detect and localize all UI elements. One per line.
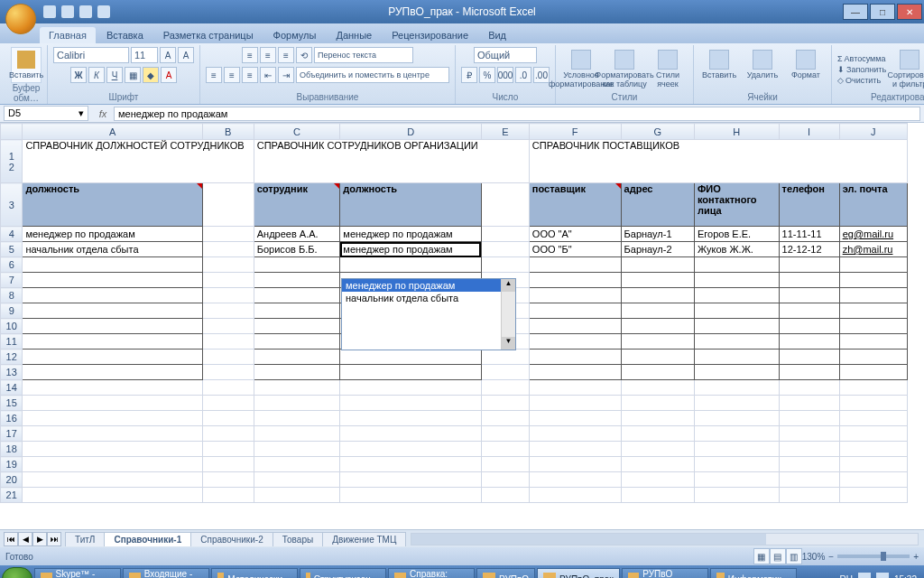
- align-top-button[interactable]: ≡: [242, 47, 258, 63]
- cell[interactable]: СПРАВОЧНИК СОТРУДНИКОВ ОРГАНИЗАЦИИ: [254, 140, 529, 183]
- cell[interactable]: сотрудник: [254, 183, 340, 227]
- cell[interactable]: [621, 396, 694, 411]
- view-page-break-button[interactable]: ▥: [786, 548, 802, 564]
- cell[interactable]: [340, 488, 482, 503]
- cell[interactable]: [340, 396, 482, 411]
- tab-home[interactable]: Главная: [40, 27, 96, 43]
- column-header[interactable]: B: [202, 124, 254, 140]
- cell[interactable]: [694, 257, 779, 273]
- cell[interactable]: [529, 288, 621, 303]
- cell[interactable]: [694, 350, 779, 365]
- cell[interactable]: [621, 303, 694, 319]
- currency-button[interactable]: ₽: [461, 67, 477, 83]
- cell[interactable]: [481, 183, 529, 227]
- cell[interactable]: [23, 303, 202, 319]
- cell[interactable]: [621, 488, 694, 503]
- italic-button[interactable]: К: [88, 67, 105, 83]
- cell[interactable]: [481, 257, 529, 273]
- cell[interactable]: [839, 273, 907, 288]
- cell[interactable]: [779, 457, 839, 472]
- cell[interactable]: [254, 380, 340, 396]
- row-header[interactable]: 8: [1, 288, 23, 303]
- view-normal-button[interactable]: ▦: [753, 548, 770, 564]
- row-header[interactable]: 6: [1, 257, 23, 273]
- cell[interactable]: [202, 442, 254, 457]
- insert-cells-button[interactable]: Вставить: [699, 50, 739, 89]
- row-header[interactable]: 20: [1, 472, 23, 488]
- system-tray[interactable]: RU 15:32: [840, 573, 922, 578]
- tray-icon[interactable]: [876, 573, 889, 578]
- taskbar-item[interactable]: РУПвО: [476, 568, 535, 578]
- cell[interactable]: [694, 396, 779, 411]
- cell[interactable]: [529, 380, 621, 396]
- cell[interactable]: [621, 273, 694, 288]
- cell[interactable]: [23, 365, 202, 380]
- cell[interactable]: [839, 350, 907, 365]
- cell[interactable]: [202, 334, 254, 350]
- cell[interactable]: Егоров Е.Е.: [694, 227, 779, 242]
- underline-button[interactable]: Ч: [106, 67, 123, 83]
- comma-button[interactable]: 000: [497, 67, 513, 83]
- cell[interactable]: [529, 365, 621, 380]
- tab-data[interactable]: Данные: [327, 27, 381, 43]
- format-as-table-button[interactable]: Форматировать как таблицу: [605, 50, 644, 89]
- row-header[interactable]: 19: [1, 457, 23, 472]
- cell[interactable]: [779, 426, 839, 442]
- tab-view[interactable]: Вид: [479, 27, 515, 43]
- close-button[interactable]: ✕: [897, 4, 922, 20]
- taskbar-item[interactable]: Skype™ - pod…: [34, 568, 121, 578]
- column-header[interactable]: E: [481, 124, 529, 140]
- cell[interactable]: [254, 396, 340, 411]
- cell[interactable]: [481, 380, 529, 396]
- cell[interactable]: [202, 380, 254, 396]
- cell[interactable]: [839, 442, 907, 457]
- cell[interactable]: [779, 334, 839, 350]
- cell[interactable]: [621, 472, 694, 488]
- row-header[interactable]: 7: [1, 273, 23, 288]
- validation-dropdown[interactable]: менеджер по продажам начальник отдела сб…: [341, 278, 516, 350]
- cell[interactable]: [254, 273, 340, 288]
- delete-cells-button[interactable]: Удалить: [743, 50, 782, 89]
- percent-button[interactable]: %: [479, 67, 495, 83]
- bold-button[interactable]: Ж: [70, 67, 87, 83]
- zoom-control[interactable]: 130% − +: [802, 552, 919, 562]
- cell[interactable]: [23, 411, 202, 426]
- cell[interactable]: ООО "Б": [529, 242, 621, 257]
- cell[interactable]: [529, 350, 621, 365]
- zoom-out-button[interactable]: −: [828, 552, 834, 562]
- taskbar-item[interactable]: РУПвО_прак: [537, 568, 620, 578]
- align-bottom-button[interactable]: ≡: [278, 47, 294, 63]
- taskbar-item[interactable]: РУПвО задан…: [622, 568, 708, 578]
- cell[interactable]: [694, 411, 779, 426]
- sheet-nav-prev[interactable]: ◀: [18, 532, 32, 546]
- cell[interactable]: [23, 319, 202, 334]
- cell[interactable]: [839, 319, 907, 334]
- cell[interactable]: [529, 426, 621, 442]
- cell[interactable]: [839, 334, 907, 350]
- grow-font-button[interactable]: A: [160, 47, 176, 63]
- start-button[interactable]: [2, 567, 32, 578]
- cell[interactable]: [839, 396, 907, 411]
- cell[interactable]: [23, 426, 202, 442]
- column-header[interactable]: D: [340, 124, 482, 140]
- border-button[interactable]: ▦: [125, 67, 141, 83]
- cell[interactable]: [254, 288, 340, 303]
- cell[interactable]: [621, 380, 694, 396]
- cell[interactable]: [481, 350, 529, 365]
- sort-filter-button[interactable]: Сортировка и фильтр: [890, 50, 924, 89]
- font-color-button[interactable]: A: [161, 67, 177, 83]
- taskbar-item[interactable]: Информатик…: [710, 568, 797, 578]
- font-size-combo[interactable]: 11: [131, 47, 158, 63]
- cell[interactable]: [621, 442, 694, 457]
- row-header[interactable]: 5: [1, 242, 23, 257]
- column-header[interactable]: C: [254, 124, 340, 140]
- cell[interactable]: [779, 380, 839, 396]
- cell[interactable]: [481, 426, 529, 442]
- cell[interactable]: СПРАВОЧНИК ДОЛЖНОСТЕЙ СОТРУДНИКОВ: [23, 140, 254, 183]
- row-header[interactable]: 4: [1, 227, 23, 242]
- row-header[interactable]: 16: [1, 411, 23, 426]
- cell[interactable]: Барнаул-1: [621, 227, 694, 242]
- cell[interactable]: [202, 350, 254, 365]
- cell[interactable]: [839, 411, 907, 426]
- cell[interactable]: [254, 319, 340, 334]
